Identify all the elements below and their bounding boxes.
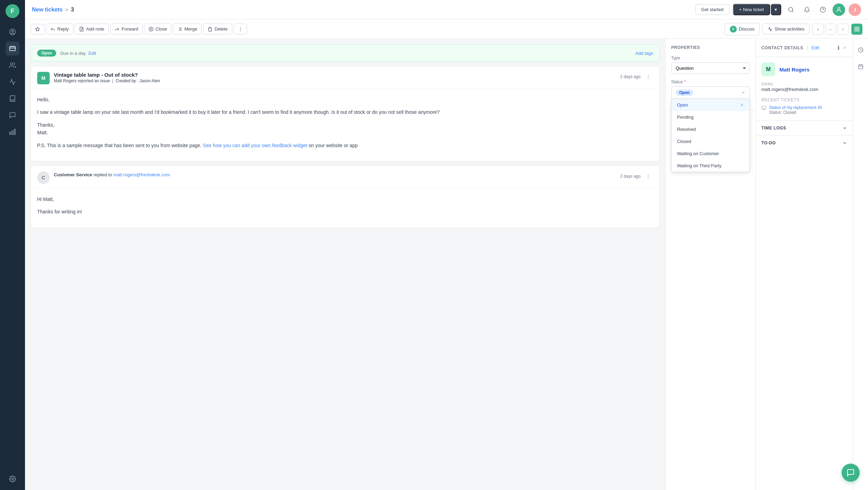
add-tags-link[interactable]: Add tags	[635, 51, 653, 56]
toolbar-right: A Discuss Show activities ‹ ··· ›	[725, 23, 863, 35]
time-logs-header[interactable]: TIME LOGS	[756, 121, 853, 135]
star-button[interactable]	[31, 24, 44, 34]
discuss-button[interactable]: A Discuss	[725, 23, 760, 35]
type-select[interactable]: Question	[671, 62, 750, 74]
recent-ticket-status: Status: Closed	[769, 110, 822, 115]
show-activities-button[interactable]: Show activities	[762, 24, 810, 34]
status-option-waiting-customer[interactable]: Waiting on Customer	[671, 147, 750, 160]
nav-arrows: ‹ ··· ›	[812, 24, 849, 35]
message-card-1: M Vintage table lamp - Out of stock? Mat…	[31, 66, 660, 161]
grid-view-button[interactable]	[851, 24, 862, 35]
due-edit-link[interactable]: Edit	[89, 51, 96, 56]
user-avatar[interactable]: J	[849, 3, 861, 16]
new-ticket-dropdown[interactable]: ▾	[771, 4, 781, 15]
notifications-icon[interactable]	[801, 3, 813, 16]
message-more-icon-1[interactable]: ⋮	[643, 72, 653, 82]
type-field: Type Question	[671, 56, 750, 74]
contact-name[interactable]: Matt Rogers	[779, 67, 810, 73]
chat-float-button[interactable]	[842, 464, 860, 482]
message-more-icon-2[interactable]: ⋮	[643, 171, 653, 181]
status-option-waiting-third-party[interactable]: Waiting on Third Party	[671, 160, 750, 172]
sidebar-item-contacts[interactable]	[6, 58, 19, 72]
breadcrumb-link[interactable]: New tickets	[32, 7, 62, 13]
message-header-1: M Vintage table lamp - Out of stock? Mat…	[31, 66, 659, 89]
recent-ticket-info: Status of my replacement #5 Status: Clos…	[769, 105, 822, 115]
message-title-1: Vintage table lamp - Out of stock?	[54, 72, 160, 78]
delete-button[interactable]: Delete	[203, 24, 232, 34]
todo-header[interactable]: TO-DO	[756, 136, 853, 150]
message-time-2: 2 days ago	[620, 174, 641, 179]
next-ticket-button[interactable]: ›	[837, 24, 849, 35]
ticket-options-button[interactable]: ···	[825, 24, 836, 35]
feedback-widget-link[interactable]: See how you can add your own feedback wi…	[203, 143, 307, 148]
message-avatar-1: M	[37, 72, 50, 84]
properties-title: PROPERTIES	[671, 45, 750, 50]
message-body-1: Hello, I saw a vintage table lamp on you…	[31, 89, 659, 161]
svg-marker-12	[35, 27, 40, 31]
svg-point-11	[838, 7, 840, 9]
status-field: Status * Open Open Pending Resolved Clos…	[671, 79, 750, 99]
recent-tickets-title: Recent tickets	[761, 98, 847, 102]
side-icon-clock[interactable]	[855, 44, 866, 56]
todo-section: TO-DO	[756, 135, 853, 150]
contact-body: M Matt Rogers Email matt.rogers@freshdes…	[756, 57, 853, 120]
message2-greeting: Hi Matt,	[37, 195, 653, 203]
contact-avatar: M	[761, 62, 775, 76]
status-badge: Open	[37, 50, 56, 57]
contact-collapse-icon[interactable]	[842, 45, 847, 50]
reply-button[interactable]: Reply	[46, 24, 73, 34]
status-option-pending[interactable]: Pending	[671, 111, 750, 123]
message-info-1: Vintage table lamp - Out of stock? Matt …	[54, 72, 160, 83]
contact-name-row: M Matt Rogers	[761, 62, 847, 76]
reply-recipient-link[interactable]: matt.rogers@freshdesk.com	[113, 172, 170, 177]
message-body-2: Hi Matt, Thanks for writing in!	[31, 188, 659, 228]
properties-section: PROPERTIES Type Question Status * Open	[666, 39, 756, 111]
status-display[interactable]: Open	[671, 86, 750, 99]
get-started-button[interactable]: Get started	[695, 4, 729, 15]
help-icon[interactable]	[817, 3, 829, 16]
time-logs-chevron	[842, 126, 847, 130]
contact-edit-link[interactable]: Edit	[811, 45, 819, 50]
sidebar-item-tickets[interactable]	[6, 42, 19, 56]
app-logo[interactable]: F	[6, 4, 19, 18]
merge-button[interactable]: Merge	[173, 24, 202, 34]
sidebar-item-knowledge[interactable]	[6, 92, 19, 105]
svg-point-7	[12, 478, 14, 480]
ticket-main: Open Due in a day Edit Add tags M Vintag…	[25, 39, 665, 490]
message-meta-1: M Vintage table lamp - Out of stock? Mat…	[37, 72, 160, 84]
sidebar-item-settings[interactable]	[6, 472, 19, 486]
recent-ticket-item: Status of my replacement #5 Status: Clos…	[761, 105, 847, 115]
svg-rect-24	[855, 27, 857, 29]
status-option-open[interactable]: Open	[671, 99, 750, 111]
close-button[interactable]: Close	[144, 24, 172, 34]
status-option-resolved[interactable]: Resolved	[671, 123, 750, 135]
message-meta-2: C Customer Service replied to matt.roger…	[37, 171, 170, 184]
search-icon[interactable]	[785, 3, 797, 16]
message-submeta-2: Customer Service replied to matt.rogers@…	[54, 172, 170, 177]
svg-rect-26	[857, 29, 859, 31]
sidebar-item-home[interactable]	[6, 25, 19, 39]
contact-header-icons: ℹ	[837, 44, 847, 51]
side-icon-calendar[interactable]	[855, 61, 866, 72]
due-info: Due in a day Edit	[60, 51, 96, 56]
forward-button[interactable]: Forward	[110, 24, 143, 34]
contact-info-icon[interactable]: ℹ	[837, 44, 840, 51]
message-card-2: C Customer Service replied to matt.roger…	[31, 166, 660, 228]
contact-email-field: Email matt.rogers@freshdesk.com	[761, 82, 847, 92]
more-options-button[interactable]: ⋮	[234, 24, 247, 34]
status-option-closed[interactable]: Closed	[671, 135, 750, 147]
svg-point-3	[10, 63, 13, 65]
new-ticket-button[interactable]: + New ticket	[733, 4, 770, 15]
recent-ticket-title[interactable]: Status of my replacement #5	[769, 105, 822, 110]
contact-header-row: CONTACT DETAILS | Edit	[761, 45, 819, 51]
sidebar-item-analytics[interactable]	[6, 125, 19, 139]
add-note-button[interactable]: Add note	[75, 24, 109, 34]
sidebar-item-chat[interactable]	[6, 108, 19, 122]
sidebar-item-reports[interactable]	[6, 75, 19, 89]
side-icons	[853, 39, 868, 490]
status-required: *	[684, 79, 686, 84]
agent-icon[interactable]	[833, 3, 845, 16]
status-banner: Open Due in a day Edit Add tags	[31, 44, 660, 62]
contact-header: CONTACT DETAILS | Edit ℹ	[756, 39, 853, 57]
prev-ticket-button[interactable]: ‹	[812, 24, 824, 35]
